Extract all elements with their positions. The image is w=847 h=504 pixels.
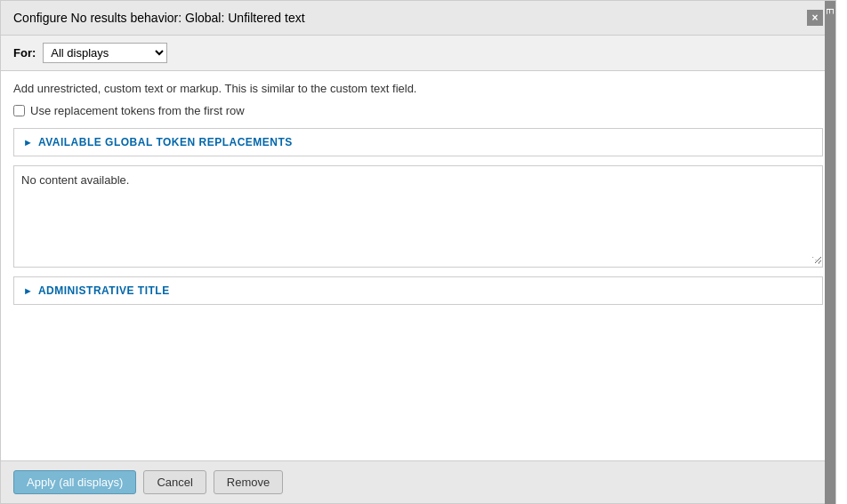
for-label: For: bbox=[13, 46, 36, 60]
checkbox-label[interactable]: Use replacement tokens from the first ro… bbox=[30, 104, 245, 117]
for-row: For: All displays Default Page bbox=[1, 36, 835, 71]
description-text: Add unrestricted, custom text or markup.… bbox=[13, 82, 823, 95]
token-replacements-title: AVAILABLE GLOBAL TOKEN REPLACEMENTS bbox=[38, 136, 293, 148]
resize-icon: ⋱ bbox=[811, 256, 820, 265]
for-select[interactable]: All displays Default Page bbox=[43, 43, 167, 63]
dialog-container: E Configure No results behavior: Global:… bbox=[0, 0, 836, 504]
remove-button[interactable]: Remove bbox=[214, 470, 283, 494]
token-replacements-header[interactable]: ► AVAILABLE GLOBAL TOKEN REPLACEMENTS bbox=[14, 129, 822, 156]
close-button[interactable]: × bbox=[807, 10, 823, 26]
sidebar-right: E bbox=[825, 1, 835, 504]
cancel-button[interactable]: Cancel bbox=[143, 470, 206, 494]
token-replacements-arrow-icon: ► bbox=[23, 137, 33, 148]
admin-title-section: ► ADMINISTRATIVE TITLE bbox=[13, 276, 823, 305]
dialog-footer: Apply (all displays) Cancel Remove bbox=[1, 460, 825, 503]
admin-title-header[interactable]: ► ADMINISTRATIVE TITLE bbox=[14, 277, 822, 304]
replacement-tokens-checkbox[interactable] bbox=[13, 105, 25, 116]
sidebar-tab[interactable]: E bbox=[825, 1, 835, 21]
admin-title-arrow-icon: ► bbox=[23, 285, 33, 296]
dialog-header: Configure No results behavior: Global: U… bbox=[1, 1, 835, 36]
dialog-body: Add unrestricted, custom text or markup.… bbox=[1, 71, 835, 324]
checkbox-row: Use replacement tokens from the first ro… bbox=[13, 104, 823, 117]
apply-button[interactable]: Apply (all displays) bbox=[13, 470, 136, 494]
token-replacements-section: ► AVAILABLE GLOBAL TOKEN REPLACEMENTS bbox=[13, 128, 823, 156]
content-textarea-wrapper: No content available. ⋱ bbox=[13, 165, 823, 268]
content-textarea[interactable]: No content available. bbox=[14, 166, 822, 264]
dialog-title: Configure No results behavior: Global: U… bbox=[13, 11, 305, 25]
admin-title-label: ADMINISTRATIVE TITLE bbox=[38, 284, 170, 297]
